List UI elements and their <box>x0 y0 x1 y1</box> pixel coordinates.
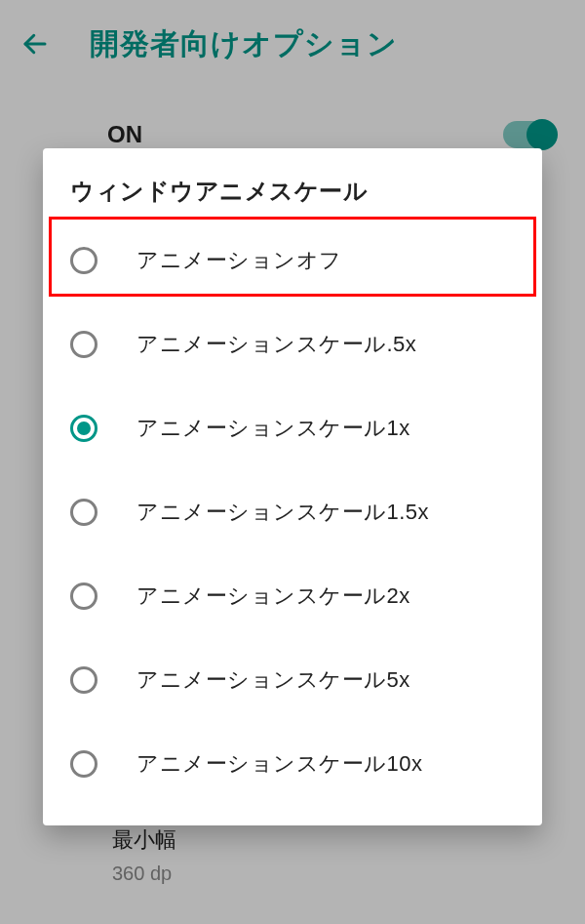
radio-icon <box>70 583 98 610</box>
radio-icon <box>70 247 98 274</box>
radio-icon <box>70 499 98 526</box>
option-row[interactable]: アニメーションスケール1x <box>43 386 542 470</box>
smallest-width-value: 360 dp <box>112 863 585 885</box>
option-row[interactable]: アニメーションスケール1.5x <box>43 470 542 554</box>
option-row[interactable]: アニメーションスケール.5x <box>43 302 542 386</box>
app-bar: 開発者向けオプション <box>0 0 585 88</box>
master-toggle-label: ON <box>29 121 503 148</box>
window-animation-scale-dialog: ウィンドウアニメスケール アニメーションオフアニメーションスケール.5xアニメー… <box>43 148 542 825</box>
option-row[interactable]: アニメーションオフ <box>43 219 542 302</box>
back-arrow-icon[interactable] <box>20 28 51 60</box>
option-label: アニメーションスケール1.5x <box>136 498 429 527</box>
radio-icon <box>70 415 98 442</box>
option-label: アニメーションスケール1x <box>136 414 410 443</box>
toggle-switch[interactable] <box>503 121 556 148</box>
page-title: 開発者向けオプション <box>90 24 398 64</box>
smallest-width-title: 最小幅 <box>112 825 585 855</box>
options-list: アニメーションオフアニメーションスケール.5xアニメーションスケール1xアニメー… <box>43 219 542 806</box>
option-label: アニメーションスケール2x <box>136 582 410 611</box>
option-row[interactable]: アニメーションスケール10x <box>43 722 542 806</box>
option-label: アニメーションスケール5x <box>136 665 410 695</box>
option-label: アニメーションスケール.5x <box>136 330 416 359</box>
option-label: アニメーションスケール10x <box>136 749 422 779</box>
dialog-title: ウィンドウアニメスケール <box>43 172 542 219</box>
radio-icon <box>70 666 98 694</box>
option-label: アニメーションオフ <box>136 246 342 275</box>
radio-icon <box>70 750 98 778</box>
smallest-width-row[interactable]: 最小幅 360 dp <box>0 825 585 885</box>
option-row[interactable]: アニメーションスケール2x <box>43 554 542 638</box>
option-row[interactable]: アニメーションスケール5x <box>43 638 542 722</box>
radio-icon <box>70 331 98 358</box>
